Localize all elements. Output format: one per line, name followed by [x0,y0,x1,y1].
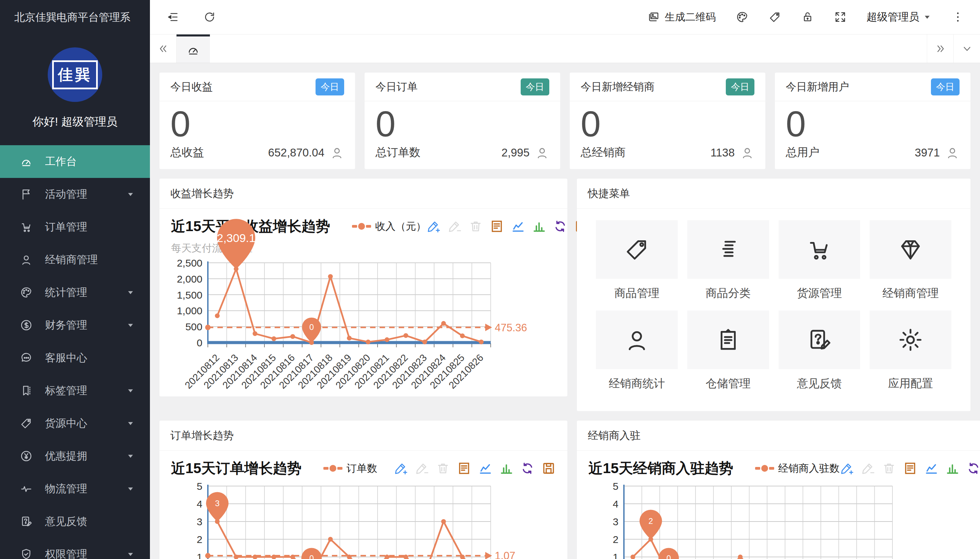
today-badge: 今日 [931,78,960,96]
svg-text:5: 5 [196,481,202,492]
tabs-scroll-left-button[interactable] [150,35,177,63]
line-chart-icon[interactable] [511,219,525,233]
sidebar-item-12[interactable]: 权限管理 [0,538,150,559]
quick-menu-item-5[interactable]: 仓储管理 [687,311,769,401]
tab-dashboard[interactable] [177,35,210,63]
bar-chart-icon[interactable] [945,461,960,475]
chart-legend[interactable]: 订单数 [323,461,377,475]
sidebar-item-0[interactable]: 工作台 [0,145,150,178]
svg-text:1: 1 [613,551,619,559]
sidebar-item-1[interactable]: 活动管理 [0,178,150,211]
tabs-dropdown-button[interactable] [954,35,980,63]
fullscreen-icon[interactable] [834,11,847,23]
edit-remove-icon[interactable] [415,461,429,475]
trash-icon[interactable] [882,461,896,475]
refresh-cycle-icon[interactable] [520,461,535,475]
dashboard-icon [20,155,33,168]
sidebar-item-5[interactable]: 财务管理 [0,309,150,342]
chart-toolbar [840,461,980,475]
quick-menu-item-4[interactable]: 经销商统计 [596,311,678,401]
stat-today-value: 0 [376,103,549,145]
edit-remove-icon[interactable] [447,219,462,233]
quick-menu-label: 经销商统计 [596,376,678,391]
sidebar-item-8[interactable]: 货源中心 [0,407,150,440]
quick-menu-label: 仓储管理 [687,376,769,391]
doc-list-icon[interactable] [903,461,917,475]
theme-palette-icon[interactable] [736,11,749,23]
today-badge: 今日 [315,78,344,96]
lock-screen-icon[interactable] [801,11,814,23]
quick-menu-item-1[interactable]: 商品分类 [687,220,769,311]
tag-icon [624,236,650,263]
stat-footer-label: 总经销商 [581,145,625,160]
chart-legend[interactable]: 收入（元） [352,220,426,233]
more-options-icon[interactable] [951,11,964,23]
line-chart-icon[interactable] [478,461,492,475]
main-column: 生成二维码 超级管理员 今日收益今日0总收益652,870.04今日订单今 [150,0,980,559]
sidebar-item-10[interactable]: 物流管理 [0,472,150,505]
quick-menu-item-3[interactable]: 经销商管理 [869,220,951,311]
trash-icon[interactable] [469,219,483,233]
caret-down-icon [126,190,135,199]
sidebar-item-label: 意见反馈 [45,514,87,529]
trash-icon[interactable] [436,461,450,475]
edit-add-icon[interactable] [426,219,441,233]
doc-list-icon[interactable] [457,461,471,475]
user-menu[interactable]: 超级管理员 [866,10,932,24]
collapse-menu-icon[interactable] [166,11,179,23]
quick-menu-item-7[interactable]: 应用配置 [869,311,951,401]
chart-card-2: 经销商入驻近15天经销商入驻趋势经销商入驻数012345202108122021… [577,421,980,559]
sidebar-item-4[interactable]: 统计管理 [0,276,150,309]
sidebar-item-11[interactable]: 意见反馈 [0,505,150,538]
sidebar-item-6[interactable]: 客服中心 [0,342,150,374]
svg-text:1.07: 1.07 [495,550,515,559]
caret-down-icon [126,485,135,493]
quick-menu-tile [687,220,769,279]
sidebar-item-label: 客服中心 [45,351,87,365]
sidebar-item-9[interactable]: 优惠提拥 [0,440,150,472]
sidebar-item-7[interactable]: 标签管理 [0,374,150,407]
sidebar-item-label: 标签管理 [45,384,87,398]
legend-marker-dot [358,223,365,230]
bar-chart-icon[interactable] [499,461,513,475]
sidebar-item-3[interactable]: 经销商管理 [0,243,150,276]
refresh-page-icon[interactable] [203,11,216,23]
generate-qr-button[interactable]: 生成二维码 [647,10,716,24]
svg-text:3: 3 [215,499,219,508]
refresh-cycle-icon[interactable] [966,461,980,475]
bar-chart-icon[interactable] [532,219,546,233]
legend-marker-dot [330,465,336,472]
stat-card-title: 今日新增经销商 [581,80,655,94]
legend-marker [337,467,342,470]
username: 超级管理员 [866,10,919,24]
edit-add-icon[interactable] [840,461,854,475]
caret-down-icon [126,452,135,460]
legend-marker [366,225,371,228]
sidebar: 北京佳巽电商平台管理系 佳巽 你好! 超级管理员 工作台活动管理订单管理经销商管… [0,0,150,559]
tag-icon[interactable] [769,11,781,23]
stat-footer-value: 1138 [711,146,735,159]
svg-text:2: 2 [613,534,619,545]
stat-card-footer: 总订单数2,995 [376,145,549,160]
chart-legend[interactable]: 经销商入驻数 [755,461,840,475]
doc-list-icon[interactable] [490,219,504,233]
revenue-trend-card-slot: 收益增长趋势近15天平台收益增长趋势收入（元）每天支付流水总量05001,000… [160,179,568,411]
quick-menu-tile [596,220,678,279]
sidebar-item-2[interactable]: 订单管理 [0,211,150,243]
quick-menu-item-2[interactable]: 货源管理 [779,220,860,311]
refresh-cycle-icon[interactable] [553,219,568,233]
quick-menu-item-0[interactable]: 商品管理 [596,220,678,311]
caret-down-icon [126,419,135,428]
edit-remove-icon[interactable] [861,461,875,475]
save-icon[interactable] [541,461,556,475]
sidebar-menu: 工作台活动管理订单管理经销商管理统计管理财务管理客服中心标签管理货源中心优惠提拥… [0,145,150,559]
tabs-scroll-right-button[interactable] [927,35,954,63]
user-icon [20,253,33,266]
svg-text:4: 4 [613,498,619,509]
line-chart-icon[interactable] [924,461,939,475]
sidebar-item-label: 优惠提拥 [45,449,87,463]
user-icon [945,146,960,160]
quick-menu-item-6[interactable]: 意见反馈 [779,311,860,401]
edit-add-icon[interactable] [394,461,408,475]
orders-trend-card-slot: 订单增长趋势近15天订单增长趋势订单数012345202108122021081… [160,421,568,559]
